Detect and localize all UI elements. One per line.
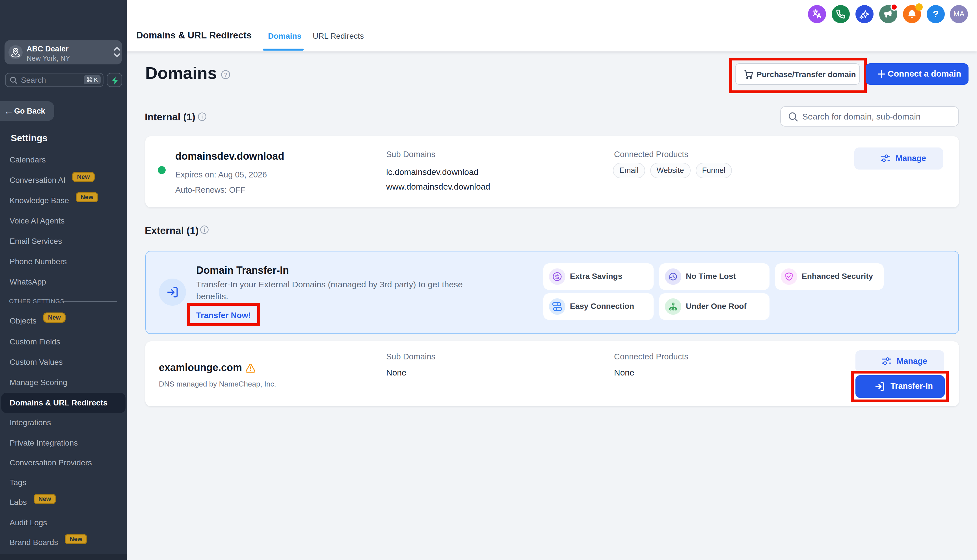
svg-text:?: ? [224,72,227,78]
